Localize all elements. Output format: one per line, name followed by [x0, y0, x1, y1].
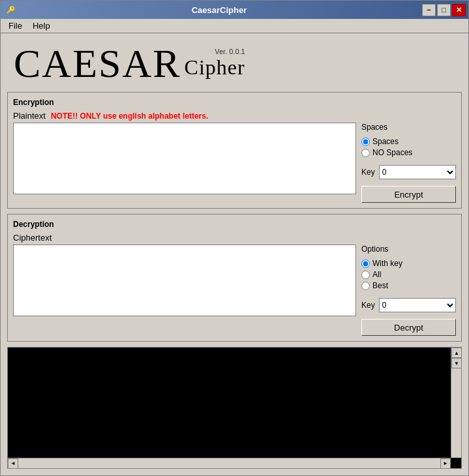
decrypt-key-label: Key [361, 301, 375, 310]
plaintext-warning: NOTE!! ONLY use english alphabet letters… [51, 112, 208, 121]
window-controls: − □ ✕ [422, 4, 466, 16]
window-title: CaesarCipher [16, 5, 422, 15]
main-content: CAESAR Ver. 0.0.1 Cipher Encryption Plai… [1, 33, 468, 475]
encrypt-key-label: Key [361, 168, 375, 177]
best-option-row[interactable]: Best [361, 281, 456, 290]
encrypt-key-select[interactable]: 0 1 2 3 4 5 13 25 [379, 165, 456, 179]
menu-file[interactable]: File [3, 20, 27, 32]
title-bar: 🔑 CaesarCipher − □ ✕ [1, 1, 468, 19]
all-radio[interactable] [361, 271, 370, 279]
all-option-row[interactable]: All [361, 270, 456, 279]
encrypt-key-row: Key 0 1 2 3 4 5 13 25 [361, 165, 456, 179]
app-icon: 🔑 [6, 5, 16, 15]
logo-cipher: Cipher [185, 55, 245, 80]
encryption-section: Encryption Plaintext NOTE!! ONLY use eng… [7, 92, 462, 209]
scroll-right-btn[interactable]: ► [440, 458, 451, 469]
decrypt-button[interactable]: Decrypt [361, 319, 456, 336]
output-scrollbar-v: ▲ ▼ [451, 348, 461, 458]
no-spaces-option-row[interactable]: NO Spaces [361, 148, 456, 157]
decryption-title: Decryption [13, 220, 456, 229]
no-spaces-option-label: NO Spaces [372, 148, 412, 157]
all-label: All [372, 270, 381, 279]
decryption-options: Options With key All Best [361, 245, 456, 336]
decryption-content: Options With key All Best [13, 245, 456, 336]
plaintext-label: Plaintext [13, 111, 46, 121]
scroll-down-btn[interactable]: ▼ [451, 358, 462, 368]
logo-caesar: CAESAR [14, 43, 181, 83]
logo-area: CAESAR Ver. 0.0.1 Cipher [7, 40, 462, 87]
scroll-left-btn[interactable]: ◄ [8, 458, 18, 469]
spaces-radio-group: Spaces NO Spaces [361, 137, 456, 157]
main-window: 🔑 CaesarCipher − □ ✕ File Help CAESAR Ve… [0, 0, 469, 476]
decrypt-radio-group: With key All Best [361, 259, 456, 290]
options-group-title: Options [361, 245, 456, 254]
decryption-section: Decryption Ciphertext Options With key [7, 214, 462, 342]
decrypt-key-select[interactable]: 0 1 2 3 4 5 13 25 [379, 298, 456, 312]
encryption-title: Encryption [13, 98, 456, 107]
output-scrollbar-h: ◄ ► [8, 458, 451, 468]
logo-right: Ver. 0.0.1 Cipher [185, 48, 245, 80]
with-key-label: With key [372, 259, 402, 268]
close-button[interactable]: ✕ [452, 4, 466, 16]
plaintext-label-row: Plaintext NOTE!! ONLY use english alphab… [13, 111, 456, 121]
plaintext-wrapper [13, 123, 356, 203]
best-radio[interactable] [361, 282, 370, 290]
menu-bar: File Help [1, 19, 468, 33]
no-spaces-radio[interactable] [361, 149, 370, 157]
spaces-option-label: Spaces [372, 137, 399, 146]
plaintext-input[interactable] [13, 123, 356, 194]
logo-version: Ver. 0.0.1 [215, 48, 245, 55]
best-label: Best [372, 281, 388, 290]
spaces-radio[interactable] [361, 138, 370, 146]
encrypt-button[interactable]: Encrypt [361, 186, 456, 203]
scroll-up-btn[interactable]: ▲ [451, 348, 462, 358]
encryption-options: Spaces Spaces NO Spaces Key [361, 123, 456, 203]
decrypt-key-row: Key 0 1 2 3 4 5 13 25 [361, 298, 456, 312]
with-key-option-row[interactable]: With key [361, 259, 456, 268]
encryption-content: Spaces Spaces NO Spaces Key [13, 123, 456, 203]
ciphertext-label: Ciphertext [13, 233, 52, 243]
with-key-radio[interactable] [361, 260, 370, 268]
maximize-button[interactable]: □ [437, 4, 451, 16]
ciphertext-label-row: Ciphertext [13, 233, 456, 243]
ciphertext-input[interactable] [13, 245, 356, 316]
spaces-option-row[interactable]: Spaces [361, 137, 456, 146]
minimize-button[interactable]: − [422, 4, 436, 16]
menu-help[interactable]: Help [27, 20, 55, 32]
ciphertext-wrapper [13, 245, 356, 336]
spaces-group-title: Spaces [361, 123, 456, 132]
output-section: ▲ ▼ ◄ ► [7, 347, 462, 469]
